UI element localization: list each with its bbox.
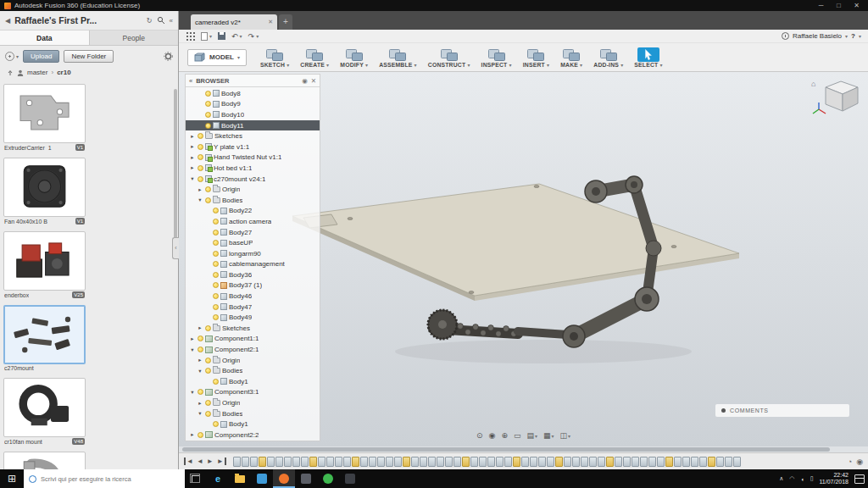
- timeline-feature-icon[interactable]: [394, 457, 402, 467]
- tab-data[interactable]: Data: [0, 30, 90, 45]
- timeline-feature-icon[interactable]: [326, 457, 334, 467]
- close-button[interactable]: ✕: [849, 2, 864, 9]
- visibility-bulb-icon[interactable]: [213, 293, 219, 299]
- data-item-extrudercarrier-1[interactable]: ExtruderCarrier_1V1: [3, 84, 86, 151]
- user-name[interactable]: Raffaele Basielo: [793, 32, 842, 40]
- visibility-bulb-icon[interactable]: [213, 379, 219, 385]
- visibility-bulb-icon[interactable]: [198, 336, 203, 341]
- browser-row-component1-1[interactable]: ▸Component1:1: [186, 334, 320, 345]
- timeline-feature-icon[interactable]: [250, 457, 258, 467]
- expander-icon[interactable]: ▾: [197, 197, 203, 203]
- timeline-feature-icon[interactable]: [708, 457, 715, 467]
- browser-row-body8[interactable]: Body8: [186, 88, 320, 99]
- timeline-feature-icon[interactable]: [453, 457, 461, 467]
- browser-row-bodies[interactable]: ▾Bodies: [186, 408, 320, 419]
- visibility-bulb-icon[interactable]: [198, 133, 203, 139]
- visibility-bulb-icon[interactable]: [205, 91, 211, 97]
- menu-insert[interactable]: INSERT ▾: [518, 47, 554, 68]
- collapse-browser-icon[interactable]: «: [189, 77, 192, 85]
- timeline-feature-icon[interactable]: [623, 457, 631, 467]
- timeline-feature-icon[interactable]: [581, 457, 588, 467]
- browser-row-body27[interactable]: Body27: [186, 227, 320, 238]
- action-center-icon[interactable]: [854, 474, 865, 484]
- upload-button[interactable]: Upload: [23, 50, 59, 63]
- save-icon[interactable]: [218, 32, 225, 40]
- browser-row-body37-1[interactable]: Body37 (1): [186, 280, 320, 291]
- browser-row-baseup[interactable]: baseUP: [186, 237, 320, 248]
- browser-row-body36[interactable]: Body36: [186, 269, 320, 280]
- menu-assemble[interactable]: ASSEMBLE ▾: [374, 47, 422, 68]
- refresh-icon[interactable]: ↻: [147, 17, 153, 25]
- expander-icon[interactable]: ▸: [189, 336, 196, 342]
- pan-icon[interactable]: ⊕: [501, 431, 508, 440]
- timeline-feature-icon[interactable]: [615, 457, 622, 467]
- expander-icon[interactable]: ▸: [197, 400, 203, 407]
- timeline-feature-icon[interactable]: [640, 457, 648, 467]
- timeline-feature-icon[interactable]: [538, 457, 546, 467]
- go-to-end-icon[interactable]: ►: [217, 458, 226, 465]
- data-item-fan-40x40x10-b[interactable]: Fan 40x40x10 BV1: [3, 158, 86, 225]
- expander-icon[interactable]: ▸: [197, 324, 203, 331]
- data-panel-scrollbar[interactable]: [174, 89, 177, 254]
- browser-row-origin[interactable]: ▸Origin: [186, 397, 320, 408]
- close-browser-icon[interactable]: ✕: [311, 77, 316, 85]
- horizontal-scrollbar-thumb[interactable]: [182, 447, 830, 452]
- data-item-c270mount[interactable]: c270mount: [3, 305, 86, 371]
- help-menu[interactable]: ?: [851, 32, 855, 40]
- expander-icon[interactable]: ▸: [197, 186, 203, 193]
- timeline-feature-icon[interactable]: [343, 457, 351, 467]
- timeline-feature-icon[interactable]: [598, 457, 605, 467]
- timeline-feature-icon[interactable]: [699, 457, 707, 467]
- expander-icon[interactable]: ▸: [197, 357, 203, 363]
- browser-row-body11[interactable]: Body11: [186, 120, 320, 131]
- expander-icon[interactable]: ▾: [189, 389, 196, 396]
- timeline-feature-icon[interactable]: [572, 457, 580, 467]
- back-icon[interactable]: ◀: [5, 17, 10, 25]
- timeline-settings-icon[interactable]: ◉: [856, 458, 863, 466]
- taskbar-app-edge[interactable]: e: [207, 469, 229, 488]
- timeline-feature-icon[interactable]: [259, 457, 266, 467]
- expander-icon[interactable]: ▾: [197, 368, 203, 374]
- menu-sketch[interactable]: SKETCH ▾: [255, 47, 294, 68]
- taskbar-app-app-green[interactable]: [317, 469, 339, 488]
- browser-row-body46[interactable]: Body46: [186, 291, 320, 302]
- visibility-bulb-icon[interactable]: [213, 251, 219, 257]
- menu-add-ins[interactable]: ADD-INS ▾: [588, 47, 628, 68]
- timeline-feature-icon[interactable]: [318, 457, 326, 467]
- timeline-feature-icon[interactable]: [360, 457, 368, 467]
- browser-row-component2-2[interactable]: ▸Component2:2: [186, 430, 320, 441]
- browser-row-hot-bed-v1-1[interactable]: ▸Hot bed v1:1: [186, 163, 320, 174]
- menu-select[interactable]: SELECT ▾: [629, 47, 667, 68]
- battery-icon[interactable]: ▯: [810, 475, 814, 482]
- fit-icon[interactable]: ▤▾: [526, 431, 537, 440]
- visibility-bulb-icon[interactable]: [213, 208, 219, 214]
- timeline-feature-icon[interactable]: [437, 457, 444, 467]
- taskbar-search[interactable]: [24, 469, 185, 488]
- browser-row-bodies[interactable]: ▾Bodies: [186, 365, 320, 376]
- tray-expand-icon[interactable]: ∧: [779, 475, 783, 482]
- browser-row-longarm90[interactable]: longarm90: [186, 248, 320, 259]
- browser-row-bodies[interactable]: ▾Bodies: [186, 195, 320, 206]
- timeline-feature-icon[interactable]: [589, 457, 597, 467]
- expander-icon[interactable]: ▸: [189, 164, 196, 171]
- search-input[interactable]: [41, 475, 168, 483]
- data-item-enderbox[interactable]: enderboxV25: [3, 231, 86, 298]
- menu-modify[interactable]: MODIFY ▾: [335, 47, 373, 68]
- timeline-feature-icon[interactable]: [725, 457, 732, 467]
- redo-button[interactable]: ↷▾: [248, 32, 259, 41]
- visibility-bulb-icon[interactable]: [205, 358, 211, 363]
- browser-row-body1[interactable]: Body1: [186, 419, 320, 430]
- timeline-feature-icon[interactable]: [564, 457, 571, 467]
- document-tab[interactable]: cameraded v2* ✕: [191, 14, 277, 30]
- timeline-marker-icon[interactable]: ◔: [848, 458, 852, 466]
- timeline-feature-icon[interactable]: [301, 457, 309, 467]
- expander-icon[interactable]: ▸: [189, 154, 196, 161]
- browser-options-icon[interactable]: ◉: [302, 77, 308, 85]
- timeline-feature-icon[interactable]: [309, 457, 317, 467]
- browser-row-component3-1[interactable]: ▾Component3:1: [186, 387, 320, 398]
- expander-icon[interactable]: ▸: [189, 133, 196, 140]
- menu-inspect[interactable]: INSPECT ▾: [476, 47, 517, 68]
- expander-icon[interactable]: ▾: [189, 347, 196, 353]
- menu-make[interactable]: MAKE ▾: [555, 47, 587, 68]
- timeline-feature-icon[interactable]: [487, 457, 495, 467]
